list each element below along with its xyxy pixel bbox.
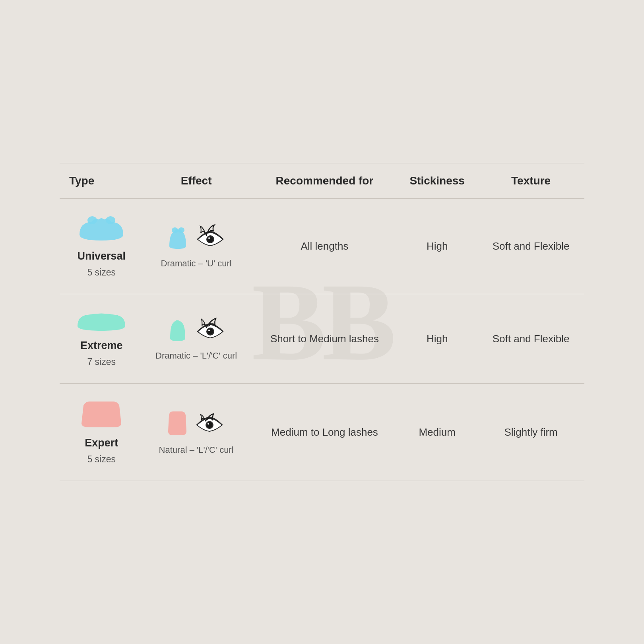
svg-point-9 bbox=[208, 330, 210, 331]
recommended-cell-extreme: Short to Medium lashes bbox=[252, 294, 397, 384]
svg-point-3 bbox=[178, 227, 184, 233]
svg-point-2 bbox=[172, 227, 178, 233]
texture-cell-extreme: Soft and Flexible bbox=[477, 294, 584, 384]
type-sizes: 7 sizes bbox=[87, 357, 116, 367]
effect-icons bbox=[166, 316, 226, 345]
eye-icon bbox=[194, 316, 226, 345]
svg-point-0 bbox=[87, 216, 97, 224]
svg-point-5 bbox=[208, 237, 213, 242]
col-header-stickiness: Stickiness bbox=[397, 163, 477, 199]
recommended-cell-expert: Medium to Long lashes bbox=[252, 384, 397, 481]
effect-cell-universal: Dramatic – 'U' curl bbox=[140, 199, 252, 294]
svg-point-12 bbox=[208, 423, 209, 425]
eye-icon bbox=[194, 224, 226, 253]
pad-icon-large bbox=[76, 310, 127, 335]
stickiness-cell-universal: High bbox=[397, 199, 477, 294]
stickiness-cell-expert: Medium bbox=[397, 384, 477, 481]
stickiness-cell-extreme: High bbox=[397, 294, 477, 384]
eye-icon bbox=[194, 410, 225, 438]
type-name: Universal bbox=[77, 250, 126, 262]
recommended-cell-universal: All lengths bbox=[252, 199, 397, 294]
pad-icon-large bbox=[80, 400, 123, 432]
pad-icon-large bbox=[76, 215, 127, 245]
type-sizes: 5 sizes bbox=[87, 267, 116, 278]
table-row: Universal 5 sizes Dramatic – 'U' cur bbox=[60, 199, 584, 294]
pad-icon-small bbox=[166, 224, 188, 253]
texture-cell-universal: Soft and Flexible bbox=[477, 199, 584, 294]
col-header-texture: Texture bbox=[477, 163, 584, 199]
svg-point-1 bbox=[106, 216, 115, 224]
table-row: Extreme 7 sizes Dramatic – 'L'/'C' curl bbox=[60, 294, 584, 384]
effect-label: Dramatic – 'U' curl bbox=[161, 258, 231, 269]
effect-icons bbox=[166, 224, 226, 253]
table-row: Expert 5 sizes Natural – 'L'/'C' curl bbox=[60, 384, 584, 481]
effect-icons bbox=[167, 409, 225, 439]
col-header-effect: Effect bbox=[140, 163, 252, 199]
type-cell-universal: Universal 5 sizes bbox=[60, 199, 140, 294]
effect-cell-expert: Natural – 'L'/'C' curl bbox=[140, 384, 252, 481]
svg-point-8 bbox=[208, 329, 213, 334]
svg-point-11 bbox=[207, 422, 212, 428]
pad-icon-small bbox=[166, 316, 188, 345]
effect-cell-extreme: Dramatic – 'L'/'C' curl bbox=[140, 294, 252, 384]
effect-label: Natural – 'L'/'C' curl bbox=[159, 445, 234, 455]
comparison-table: Type Effect Recommended for Stickiness T… bbox=[60, 163, 584, 481]
effect-label: Dramatic – 'L'/'C' curl bbox=[155, 351, 237, 361]
type-name: Extreme bbox=[80, 339, 123, 352]
type-cell-extreme: Extreme 7 sizes bbox=[60, 294, 140, 384]
pad-icon-small bbox=[167, 409, 187, 439]
col-header-recommended: Recommended for bbox=[252, 163, 397, 199]
col-header-type: Type bbox=[60, 163, 140, 199]
table-header-row: Type Effect Recommended for Stickiness T… bbox=[60, 163, 584, 199]
type-cell-expert: Expert 5 sizes bbox=[60, 384, 140, 481]
texture-cell-expert: Slightly firm bbox=[477, 384, 584, 481]
type-name: Expert bbox=[85, 437, 118, 449]
page-container: BB Type Effect Recommended for Stickines… bbox=[60, 163, 584, 481]
svg-point-6 bbox=[208, 237, 210, 239]
type-sizes: 5 sizes bbox=[87, 454, 116, 465]
